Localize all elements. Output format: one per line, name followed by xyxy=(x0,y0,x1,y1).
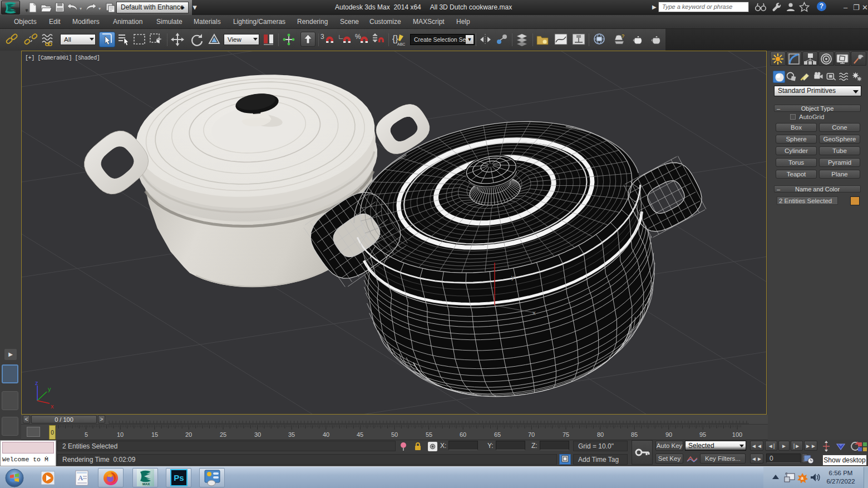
svg-text:y: y xyxy=(48,386,51,392)
svg-text:x: x xyxy=(51,403,54,410)
svg-text:ABC: ABC xyxy=(397,42,405,46)
svg-text:∟: ∟ xyxy=(338,33,344,41)
svg-text:?: ? xyxy=(622,33,624,39)
svg-text:3: 3 xyxy=(320,33,324,41)
svg-text:x: x xyxy=(532,309,536,316)
svg-text:MAX: MAX xyxy=(142,482,150,486)
svg-text:z: z xyxy=(35,379,38,386)
svg-text:y: y xyxy=(511,274,515,280)
svg-text:A: A xyxy=(78,474,83,482)
svg-text:%: % xyxy=(355,33,361,41)
